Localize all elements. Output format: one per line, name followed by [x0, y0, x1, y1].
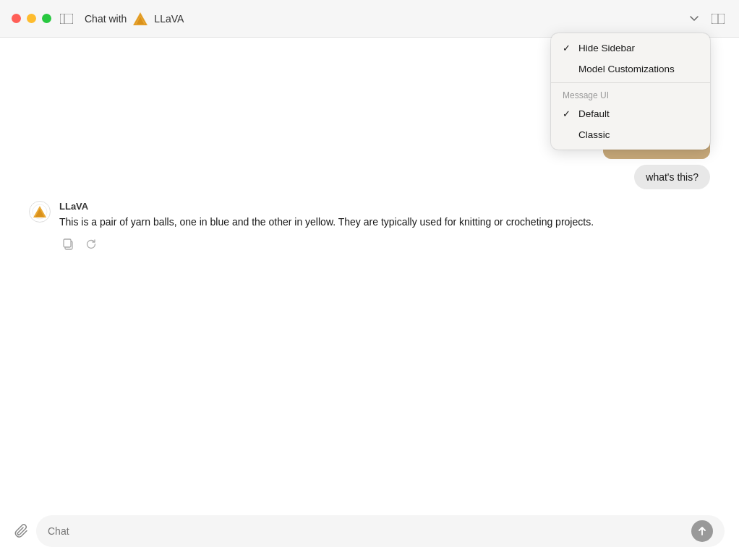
model-icon: [132, 11, 148, 27]
menu-item-hide-sidebar[interactable]: ✓ Hide Sidebar: [551, 38, 710, 59]
svg-rect-0: [60, 14, 73, 24]
dropdown-menu: ✓ Hide Sidebar Model Customizations Mess…: [551, 33, 710, 150]
ai-action-buttons: [59, 237, 710, 251]
menu-divider: [551, 82, 710, 83]
send-button[interactable]: [691, 520, 713, 542]
ai-message-text: This is a pair of yarn balls, one in blu…: [59, 215, 710, 230]
minimize-button[interactable]: [27, 14, 36, 23]
menu-item-classic[interactable]: Classic: [551, 124, 710, 145]
fullscreen-button[interactable]: [42, 14, 51, 23]
ai-message-content: LLaVA This is a pair of yarn balls, one …: [59, 201, 710, 251]
default-check: ✓: [563, 108, 573, 119]
ai-avatar: [29, 201, 51, 223]
default-label: Default: [578, 108, 610, 119]
classic-label: Classic: [578, 129, 610, 140]
hide-sidebar-label: Hide Sidebar: [578, 43, 635, 53]
close-button[interactable]: [12, 14, 21, 23]
chat-input-wrapper: [36, 515, 725, 547]
user-message-bubble: what's this?: [634, 165, 710, 189]
chat-with-label: Chat with: [85, 13, 127, 25]
layout-button[interactable]: [709, 11, 727, 27]
menu-item-model-customizations[interactable]: Model Customizations: [551, 59, 710, 79]
model-name-label: LLaVA: [154, 13, 184, 25]
svg-rect-29: [64, 239, 71, 247]
menu-item-default[interactable]: ✓ Default: [551, 103, 710, 124]
dropdown-toggle-button[interactable]: [687, 13, 701, 25]
input-area: [0, 502, 739, 560]
ai-name: LLaVA: [59, 201, 710, 212]
hide-sidebar-check: ✓: [563, 43, 573, 53]
titlebar-right: [687, 11, 727, 27]
user-message-text: what's this?: [646, 171, 699, 183]
attach-button[interactable]: [14, 524, 29, 538]
chat-input[interactable]: [48, 525, 685, 537]
regenerate-button[interactable]: [82, 237, 100, 251]
sidebar-toggle-button[interactable]: [60, 14, 73, 24]
traffic-lights: [12, 14, 51, 23]
copy-button[interactable]: [59, 237, 77, 251]
titlebar: Chat with LLaVA: [0, 0, 739, 38]
titlebar-center: Chat with LLaVA: [85, 11, 184, 27]
message-ui-section-label: Message UI: [551, 86, 710, 103]
ai-message-container: LLaVA This is a pair of yarn balls, one …: [0, 201, 739, 251]
model-customizations-label: Model Customizations: [578, 64, 675, 74]
